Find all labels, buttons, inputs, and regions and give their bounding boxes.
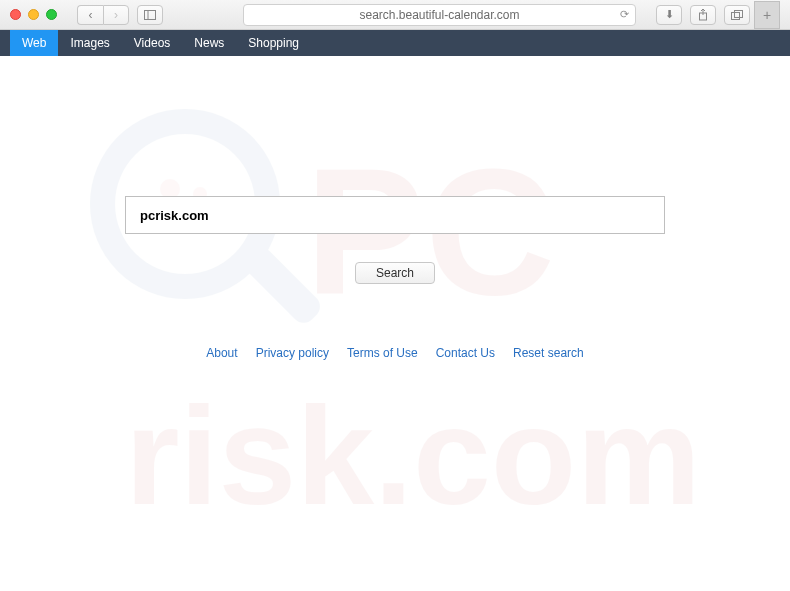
forward-button[interactable]: › xyxy=(103,5,129,25)
nav-tab-web[interactable]: Web xyxy=(10,30,58,56)
sidebar-icon xyxy=(144,10,156,20)
nav-buttons: ‹ › xyxy=(77,5,129,25)
browser-toolbar: ‹ › search.beautiful-calendar.com ⟳ ⬇ + xyxy=(0,0,790,30)
svg-text:risk.com: risk.com xyxy=(125,377,701,534)
watermark: PC risk.com xyxy=(0,56,790,591)
search-category-nav: Web Images Videos News Shopping xyxy=(0,30,790,56)
reload-icon[interactable]: ⟳ xyxy=(620,8,629,21)
nav-tab-news[interactable]: News xyxy=(182,30,236,56)
url-bar[interactable]: search.beautiful-calendar.com ⟳ xyxy=(243,4,636,26)
footer-link-contact[interactable]: Contact Us xyxy=(436,346,495,360)
plus-icon: + xyxy=(763,7,771,23)
footer-links: About Privacy policy Terms of Use Contac… xyxy=(206,346,583,360)
svg-rect-0 xyxy=(145,10,156,19)
nav-label: News xyxy=(194,36,224,50)
nav-label: Videos xyxy=(134,36,170,50)
back-button[interactable]: ‹ xyxy=(77,5,103,25)
svg-rect-4 xyxy=(732,12,740,19)
sidebar-toggle-button[interactable] xyxy=(137,5,163,25)
footer-link-privacy[interactable]: Privacy policy xyxy=(256,346,329,360)
downloads-button[interactable]: ⬇ xyxy=(656,5,682,25)
footer-link-terms[interactable]: Terms of Use xyxy=(347,346,418,360)
share-button[interactable] xyxy=(690,5,716,25)
nav-tab-videos[interactable]: Videos xyxy=(122,30,182,56)
share-icon xyxy=(698,9,708,21)
svg-rect-5 xyxy=(735,10,743,17)
url-text: search.beautiful-calendar.com xyxy=(359,8,519,22)
nav-tab-shopping[interactable]: Shopping xyxy=(236,30,311,56)
nav-label: Images xyxy=(70,36,109,50)
nav-label: Shopping xyxy=(248,36,299,50)
search-button[interactable]: Search xyxy=(355,262,435,284)
page-content: PC risk.com Search About Privacy policy … xyxy=(0,56,790,591)
nav-tab-images[interactable]: Images xyxy=(58,30,121,56)
chevron-left-icon: ‹ xyxy=(89,8,93,22)
new-tab-button[interactable]: + xyxy=(754,1,780,29)
chevron-right-icon: › xyxy=(114,8,118,22)
tabs-button[interactable] xyxy=(724,5,750,25)
footer-link-about[interactable]: About xyxy=(206,346,237,360)
tabs-icon xyxy=(731,10,743,20)
maximize-window-button[interactable] xyxy=(46,9,57,20)
window-controls xyxy=(10,9,57,20)
search-input[interactable] xyxy=(125,196,665,234)
download-icon: ⬇ xyxy=(665,8,674,21)
close-window-button[interactable] xyxy=(10,9,21,20)
toolbar-right: ⬇ xyxy=(656,5,750,25)
minimize-window-button[interactable] xyxy=(28,9,39,20)
footer-link-reset[interactable]: Reset search xyxy=(513,346,584,360)
search-area: Search xyxy=(125,196,665,284)
nav-label: Web xyxy=(22,36,46,50)
